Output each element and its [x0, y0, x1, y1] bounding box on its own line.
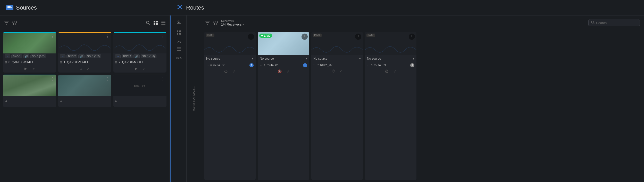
- route-source-label-1: No source: [260, 57, 274, 60]
- route-menu-2[interactable]: ⋮: [355, 34, 361, 40]
- source-card-3[interactable]: ⋮ ⊞: [3, 75, 56, 107]
- card-tags-0: → BNC-1 🔊 SDI 1 (1-2): [3, 53, 56, 59]
- expand-route-btn-2[interactable]: ⤢: [340, 69, 343, 73]
- sources-panel: ⋮ → BNC-1 🔊 SDI 1 (1-2) ⊞ 0 QAPDX-MX4EE …: [0, 15, 170, 182]
- svg-rect-26: [206, 22, 209, 23]
- route-name-1: 〰 1 route_01: [260, 64, 279, 67]
- download-icon[interactable]: [175, 18, 182, 27]
- svg-point-8: [13, 23, 15, 25]
- grid-view-icon[interactable]: [154, 21, 158, 25]
- source-card-5[interactable]: ⋮ BNC-05 ⊞: [113, 75, 166, 107]
- card-menu-4[interactable]: ⋮: [106, 77, 110, 81]
- group-icon[interactable]: [12, 21, 17, 25]
- card-actions-0: ▶ ⤢: [3, 66, 56, 73]
- routes-group-icon[interactable]: [213, 21, 218, 25]
- card-actions-1: □ ⤢: [58, 66, 111, 73]
- search-toggle-icon[interactable]: [146, 21, 150, 25]
- svg-rect-5: [6, 24, 7, 25]
- list-sidebar-icon[interactable]: [175, 45, 182, 53]
- route-source-label-2: No source: [313, 57, 328, 60]
- route-source-chevron-3[interactable]: ▾: [413, 57, 414, 60]
- sources-icon: [6, 5, 13, 10]
- card-name-0: ⊞ 0 QAPDX-MX4EE: [3, 59, 56, 66]
- route-source-chevron-2[interactable]: ▾: [359, 57, 361, 60]
- route-card-2[interactable]: IN-02 ⋮ No source ▾ 〰 2: [311, 32, 363, 180]
- card-menu-0[interactable]: ⋮: [51, 34, 55, 38]
- card-tags-4: [58, 96, 111, 98]
- routes-icon: [176, 3, 183, 12]
- route-actions-0: ⏻ ⤢: [204, 68, 256, 75]
- expand-route-btn-3[interactable]: ⤢: [394, 69, 396, 73]
- route-source-chevron-0[interactable]: ▾: [252, 57, 254, 60]
- card-tags-5: [113, 96, 166, 98]
- route-menu-0[interactable]: ⋮: [248, 34, 254, 40]
- route-menu-1[interactable]: ⋮: [302, 34, 308, 40]
- routes-toolbar: Receivers 1/4 Receivers ▾: [201, 15, 644, 30]
- tag-audio-1: 🔊: [78, 54, 85, 58]
- expand-btn-1[interactable]: ⤢: [87, 67, 90, 70]
- route-menu-3[interactable]: ⋮: [409, 34, 415, 40]
- receiver-label-text: MX4D-HAI-MAD...: [192, 86, 195, 111]
- route-thumb-0: IN-00 ⋮: [204, 32, 256, 55]
- expand-route-btn-1[interactable]: ⤢: [287, 69, 290, 73]
- card-menu-2[interactable]: ⋮: [161, 34, 165, 38]
- expand-btn-2[interactable]: ⤢: [143, 67, 145, 70]
- play-btn-2[interactable]: ▶: [135, 67, 137, 70]
- filter-icon[interactable]: [4, 21, 9, 25]
- route-card-0[interactable]: IN-00 ⋮ No source ▾ 〰 0: [204, 32, 256, 180]
- tag-arrow-2: →: [115, 54, 121, 58]
- card-tags-1: → BNC-2 🔊 SDI 1 (1-2): [58, 53, 111, 59]
- card-actions-3: [3, 104, 56, 107]
- play-btn-0[interactable]: ▶: [24, 67, 27, 70]
- percent-19: 19%: [176, 56, 181, 59]
- route-card-3[interactable]: IN-03 ⋮ No source ▾ 〰 3: [365, 32, 416, 180]
- svg-rect-10: [154, 21, 155, 22]
- svg-rect-1: [11, 7, 12, 8]
- source-card-0[interactable]: ⋮ → BNC-1 🔊 SDI 1 (1-2) ⊞ 0 QAPDX-MX4EE …: [3, 32, 56, 73]
- svg-point-28: [213, 21, 215, 23]
- expand-route-btn-0[interactable]: ⤢: [233, 69, 236, 73]
- receivers-label: Receivers: [221, 19, 244, 22]
- square-btn-1[interactable]: □: [80, 67, 82, 70]
- search-icon: [591, 21, 595, 25]
- route-actions-2: ⏻ ⤢: [311, 68, 363, 75]
- svg-rect-2: [7, 9, 12, 9]
- power-btn-2[interactable]: ⏻: [331, 69, 335, 73]
- svg-point-30: [214, 23, 216, 25]
- sources-grid: ⋮ → BNC-1 🔊 SDI 1 (1-2) ⊞ 0 QAPDX-MX4EE …: [0, 30, 170, 109]
- card-menu-3[interactable]: ⋮: [51, 77, 55, 81]
- route-name-row-2: 〰 2 route_02: [311, 62, 363, 68]
- power-btn-0[interactable]: ⏻: [224, 69, 228, 73]
- top-header: Sources Routes: [0, 0, 644, 15]
- card-tags-3: [3, 96, 56, 98]
- panel-divider[interactable]: [170, 15, 171, 182]
- svg-rect-19: [179, 30, 181, 32]
- route-card-1[interactable]: LIVE ⋮ No source ▾ 〰 1 route_01: [258, 32, 309, 180]
- route-source-chevron-1[interactable]: ▾: [306, 57, 307, 60]
- source-card-2[interactable]: ⋮ → BNC-2 🔊 SDI 1 (1-2) ⊞ 2 QAPDX-MX4EE: [113, 32, 166, 73]
- list-view-icon[interactable]: [161, 21, 165, 25]
- mute-btn-1[interactable]: 🔇: [278, 69, 282, 73]
- source-card-4[interactable]: ⋮ ⊞: [58, 75, 111, 107]
- card-name-2: ⊞ 2 QAPDX-MX4EE: [113, 59, 166, 66]
- search-box[interactable]: [588, 19, 640, 26]
- tag-bnc-0: BNC-1: [11, 54, 22, 58]
- routes-sidebar: 0% 19%: [171, 15, 187, 182]
- expand-btn-0[interactable]: ⤢: [32, 67, 35, 70]
- tag-sdi-2: SDI 1 (1-2): [141, 54, 156, 58]
- svg-rect-16: [161, 24, 165, 25]
- route-name-3: 〰 3 route_03: [367, 64, 386, 67]
- grid-sidebar-icon[interactable]: [175, 29, 182, 37]
- search-input[interactable]: [596, 21, 637, 25]
- routes-filter-icon[interactable]: [205, 21, 210, 25]
- card-thumb-4: ⋮: [58, 75, 111, 96]
- source-card-1[interactable]: ⋮ → BNC-2 🔊 SDI 1 (1-2) ⊞ 1 QAPDX-MX4EE: [58, 32, 111, 73]
- receivers-count[interactable]: 1/4 Receivers ▾: [221, 22, 244, 26]
- card-name-1: ⊞ 1 QAPDX-MX4EE: [58, 59, 111, 66]
- card-menu-1[interactable]: ⋮: [106, 34, 110, 38]
- svg-rect-21: [179, 33, 181, 35]
- card-menu-5[interactable]: ⋮: [161, 77, 165, 81]
- power-btn-3[interactable]: ⏻: [385, 69, 388, 73]
- card-thumb-1: ⋮: [58, 33, 111, 53]
- svg-rect-14: [161, 21, 165, 21]
